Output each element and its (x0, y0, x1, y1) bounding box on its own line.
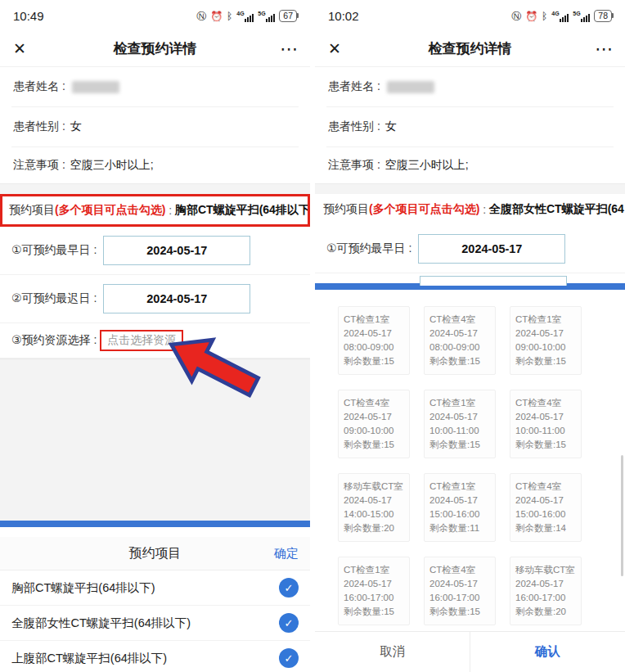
resource-room: CT检查1室 (429, 396, 490, 410)
resource-date: 2024-05-17 (344, 577, 404, 591)
resource-date: 2024-05-17 (429, 410, 490, 424)
resource-time: 10:00-11:00 (515, 424, 576, 438)
resource-time: 08:00-09:00 (344, 341, 404, 354)
scrollbar[interactable] (621, 455, 623, 576)
resource-date: 2024-05-17 (515, 494, 576, 507)
earliest-date-row: ①可预约最早日 : 2024-05-17 (0, 227, 310, 275)
alarm-icon: ⏰ (525, 11, 537, 22)
signal-4g-icon: 4G (551, 12, 569, 22)
patient-gender-value: 女 (385, 120, 397, 134)
section-gap (0, 183, 310, 194)
resource-remaining: 剩余数量:15 (429, 438, 490, 452)
sheet-item[interactable]: 全腹部女性CT螺旋平扫(64排以下) ✓ (0, 606, 310, 641)
patient-name-row: 患者姓名 : (11, 67, 299, 107)
resource-card[interactable]: CT检查4室 2024-05-17 08:00-09:00 剩余数量:15 (424, 306, 496, 375)
resource-remaining: 剩余数量:15 (344, 605, 404, 619)
nfc-icon: Ⓝ (511, 11, 521, 22)
resource-remaining: 剩余数量:15 (344, 354, 404, 368)
check-icon[interactable]: ✓ (279, 648, 299, 668)
resource-time: 16:00-17:00 (429, 591, 490, 605)
resource-room: CT检查1室 (515, 313, 576, 327)
sheet-title: 预约项目 (129, 545, 182, 562)
phone-screen-right: 10:02 Ⓝ ⏰ ᛒ 4G 5G 78 ✕ 检查预约详情 ⋯ 患者姓名 : 患… (315, 0, 625, 672)
project-hint: (多个项目可点击勾选) (369, 202, 479, 217)
resource-remaining: 剩余数量:20 (344, 521, 404, 535)
latest-date-label: ②可预约最迟日 : (11, 291, 97, 306)
resource-card[interactable]: CT检查1室 2024-05-17 08:00-09:00 剩余数量:15 (338, 306, 410, 375)
close-icon[interactable]: ✕ (328, 39, 341, 58)
patient-gender-label: 患者性别 : (13, 120, 65, 134)
earliest-date-box[interactable]: 2024-05-17 (418, 234, 565, 264)
confirm-button[interactable]: 确认 (470, 632, 625, 672)
sheet-item-label: 上腹部CT螺旋平扫(64排以下) (11, 651, 167, 666)
nfc-icon: Ⓝ (196, 11, 206, 22)
resource-time: 09:00-10:00 (344, 424, 404, 438)
battery-icon: 67 (279, 10, 297, 22)
resource-card[interactable]: 移动车载CT室 2024-05-17 16:00-17:00 剩余数量:20 (510, 557, 582, 625)
patient-name-row: 患者姓名 : (326, 67, 614, 107)
sheet-confirm-button[interactable]: 确定 (274, 546, 299, 562)
resource-card[interactable]: CT检查4室 2024-05-17 15:00-16:00 剩余数量:14 (510, 473, 582, 542)
resource-room: 移动车载CT室 (515, 563, 576, 577)
notes-row: 注意事项 : 空腹三小时以上; (326, 147, 614, 183)
spacer (0, 527, 310, 537)
resource-card[interactable]: CT检查1室 2024-05-17 10:00-11:00 剩余数量:15 (424, 390, 496, 458)
resource-remaining: 剩余数量:15 (344, 438, 404, 452)
project-value: 胸部CT螺旋平扫(64排以下 (175, 203, 310, 218)
project-row-highlighted[interactable]: 预约项目(多个项目可点击勾选) : 胸部CT螺旋平扫(64排以下 (0, 194, 310, 227)
patient-name-redacted (72, 81, 119, 93)
covered-date-box (420, 276, 567, 286)
background-filler (0, 359, 310, 521)
nav-bar: ✕ 检查预约详情 ⋯ (315, 31, 625, 67)
resource-remaining: 剩余数量:11 (429, 521, 490, 535)
resource-time: 09:00-10:00 (515, 341, 576, 354)
project-separator: : (479, 203, 489, 216)
resource-card[interactable]: CT检查4室 2024-05-17 16:00-17:00 剩余数量:15 (424, 557, 496, 625)
resource-room: CT检查4室 (515, 480, 576, 494)
resource-card[interactable]: CT检查4室 2024-05-17 10:00-11:00 剩余数量:15 (510, 390, 582, 458)
resource-time: 16:00-17:00 (515, 591, 576, 605)
blue-divider-bar (0, 521, 310, 527)
more-icon[interactable]: ⋯ (595, 38, 614, 60)
check-icon[interactable]: ✓ (279, 613, 299, 633)
clock-text: 10:49 (13, 9, 44, 23)
patient-gender-value: 女 (70, 120, 82, 134)
resource-card[interactable]: CT检查1室 2024-05-17 09:00-10:00 剩余数量:15 (510, 306, 582, 375)
resource-card[interactable]: CT检查4室 2024-05-17 09:00-10:00 剩余数量:15 (338, 390, 410, 458)
resource-room: CT检查1室 (344, 563, 404, 577)
bluetooth-icon: ᛒ (542, 11, 547, 22)
resource-remaining: 剩余数量:20 (515, 605, 576, 619)
resource-room: CT检查4室 (515, 396, 576, 410)
resource-card[interactable]: 移动车载CT室 2024-05-17 14:00-15:00 剩余数量:20 (338, 473, 410, 542)
resource-time: 15:00-16:00 (515, 507, 576, 521)
earliest-date-box[interactable]: 2024-05-17 (103, 236, 250, 265)
signal-5g-icon: 5G (258, 12, 275, 22)
sheet-item[interactable]: 胸部CT螺旋平扫(64排以下) ✓ (0, 571, 310, 606)
resource-date: 2024-05-17 (344, 410, 404, 424)
project-label: 预约项目 (9, 203, 55, 218)
resource-remaining: 剩余数量:15 (429, 605, 490, 619)
latest-date-box[interactable]: 2024-05-17 (103, 284, 250, 313)
sheet-item-label: 全腹部女性CT螺旋平扫(64排以下) (11, 616, 191, 631)
cancel-button[interactable]: 取消 (315, 632, 470, 672)
project-label: 预约项目 (323, 202, 369, 217)
status-bar: 10:49 Ⓝ ⏰ ᛒ 4G 5G 67 (0, 0, 310, 31)
resource-date: 2024-05-17 (515, 577, 576, 591)
resource-date: 2024-05-17 (429, 327, 490, 341)
check-icon[interactable]: ✓ (279, 578, 299, 598)
resource-time: 10:00-11:00 (429, 424, 490, 438)
resource-card[interactable]: CT检查1室 2024-05-17 16:00-17:00 剩余数量:15 (338, 557, 410, 625)
earliest-date-label: ①可预约最早日 : (326, 241, 411, 256)
resource-date: 2024-05-17 (429, 577, 490, 591)
resource-date: 2024-05-17 (515, 327, 576, 341)
patient-gender-label: 患者性别 : (328, 120, 380, 134)
sheet-header: 预约项目 确定 (0, 537, 310, 571)
project-row[interactable]: 预约项目(多个项目可点击勾选) : 全腹部女性CT螺旋平扫(64 (315, 194, 625, 225)
resource-time: 14:00-15:00 (344, 507, 404, 521)
sheet-item[interactable]: 上腹部CT螺旋平扫(64排以下) ✓ (0, 641, 310, 672)
resource-card[interactable]: CT检查1室 2024-05-17 15:00-16:00 剩余数量:11 (424, 473, 496, 542)
patient-gender-row: 患者性别 : 女 (326, 107, 614, 147)
project-value: 全腹部女性CT螺旋平扫(64 (489, 202, 624, 217)
more-icon[interactable]: ⋯ (280, 38, 299, 60)
close-icon[interactable]: ✕ (13, 39, 26, 58)
